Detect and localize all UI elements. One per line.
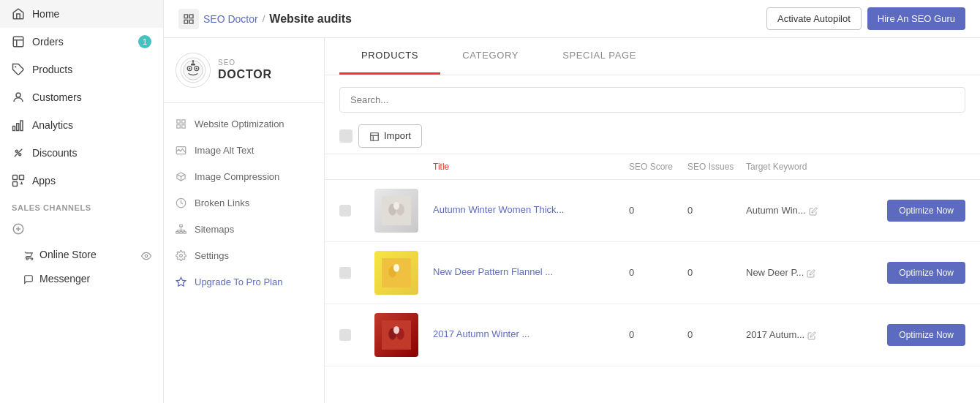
svg-rect-11 [13, 176, 18, 180]
svg-rect-21 [189, 20, 193, 23]
svg-point-26 [189, 67, 190, 69]
row-checkbox[interactable] [339, 267, 351, 279]
eye-icon[interactable] [141, 249, 151, 260]
optimize-button[interactable]: Optimize Now [887, 262, 965, 284]
import-icon [369, 130, 380, 142]
sidebar-item-messenger[interactable]: Messenger [0, 267, 163, 290]
target-keyword: 2017 Autum... [746, 329, 863, 340]
svg-rect-60 [382, 320, 411, 350]
product-title[interactable]: Autumn Winter Women Thick... [433, 203, 629, 216]
seo-menu-label: Image Compression [195, 171, 279, 182]
sitemaps-icon [176, 223, 187, 235]
image-alt-text-icon [176, 144, 187, 156]
sidebar-item-label: Discounts [32, 147, 77, 159]
sidebar-item-discounts[interactable]: Discounts [0, 139, 163, 167]
svg-rect-52 [382, 196, 411, 225]
select-all-checkbox[interactable] [339, 129, 353, 143]
sales-channels-title: SALES CHANNELS [0, 195, 163, 215]
sidebar-item-products[interactable]: Products [0, 56, 163, 83]
seo-menu-item-settings[interactable]: Settings [164, 242, 324, 268]
col-action [863, 162, 965, 172]
seo-menu-item-website-optimization[interactable]: Website Optimization [164, 110, 324, 137]
col-seo-issues: SEO Issues [687, 162, 746, 172]
svg-rect-18 [184, 15, 188, 18]
sidebar-item-online-store[interactable]: Online Store [0, 243, 163, 266]
svg-rect-34 [182, 125, 185, 128]
header-actions: Activate Autopilot Hire An SEO Guru [766, 7, 965, 30]
seo-score: 0 [629, 205, 687, 216]
product-image [374, 189, 418, 233]
col-target-keyword: Target Keyword [746, 162, 863, 172]
settings-icon [176, 249, 187, 261]
breadcrumb-separator: / [263, 13, 265, 24]
svg-point-55 [393, 202, 399, 210]
seo-menu-item-image-alt-text[interactable]: Image Alt Text [164, 137, 324, 163]
search-input[interactable] [339, 87, 965, 113]
tab-special-page[interactable]: SPECIAL PAGE [540, 38, 658, 75]
svg-rect-0 [13, 37, 23, 48]
edit-icon[interactable] [807, 267, 815, 278]
seo-menu-item-upgrade[interactable]: Upgrade To Pro Plan [164, 268, 324, 295]
tab-products[interactable]: PRODUCTS [339, 38, 440, 75]
import-label: Import [384, 130, 411, 141]
top-header: SEO Doctor / Website audits Activate Aut… [164, 0, 980, 38]
import-button[interactable]: Import [358, 124, 422, 148]
col-checkbox [339, 162, 374, 172]
row-checkbox[interactable] [339, 329, 351, 341]
add-circle-icon[interactable] [12, 222, 25, 236]
activate-autopilot-button[interactable]: Activate Autopilot [766, 7, 862, 30]
seo-logo-small: SEO [218, 59, 272, 67]
svg-rect-56 [382, 258, 411, 287]
main-content: SEO Doctor / Website audits Activate Aut… [164, 0, 980, 403]
messenger-label: Messenger [39, 273, 90, 285]
sidebar-item-label: Customers [32, 91, 82, 103]
hire-seo-guru-button[interactable]: Hire An SEO Guru [867, 7, 965, 30]
sidebar-item-orders[interactable]: Orders 1 [0, 28, 163, 56]
sidebar-item-label: Apps [32, 175, 56, 187]
product-title[interactable]: 2017 Autumn Winter ... [433, 328, 629, 341]
seo-menu-item-sitemaps[interactable]: Sitemaps [164, 216, 324, 242]
svg-rect-33 [177, 125, 180, 128]
breadcrumb: SEO Doctor / Website audits [178, 9, 761, 29]
seo-logo-large: DOCTOR [218, 67, 272, 81]
search-area [325, 75, 980, 118]
seo-logo: SEO DOCTOR [164, 53, 324, 103]
sidebar-item-customers[interactable]: Customers [0, 83, 163, 111]
svg-point-30 [192, 60, 194, 61]
seo-logo-text: SEO DOCTOR [218, 59, 272, 81]
sidebar-item-apps[interactable]: Apps [0, 167, 163, 195]
sidebar-item-analytics[interactable]: Analytics [0, 111, 163, 139]
seo-menu-label: Upgrade To Pro Plan [195, 276, 282, 287]
svg-point-17 [145, 255, 148, 257]
svg-marker-48 [176, 277, 186, 286]
discounts-icon [12, 146, 25, 159]
action-bar: Import [325, 118, 980, 154]
tabs-bar: PRODUCTS CATEGORY SPECIAL PAGE [325, 38, 980, 75]
table-container: Title SEO Score SEO Issues Target Keywor… [325, 154, 980, 403]
edit-icon[interactable] [809, 205, 818, 216]
sidebar-item-home[interactable]: Home [0, 0, 163, 28]
svg-rect-28 [191, 64, 195, 65]
apps-icon [12, 174, 25, 187]
optimize-button[interactable]: Optimize Now [887, 324, 965, 346]
home-icon [12, 7, 25, 20]
svg-rect-38 [180, 225, 183, 227]
tab-category[interactable]: CATEGORY [440, 38, 540, 75]
seo-menu-item-image-compression[interactable]: Image Compression [164, 163, 324, 189]
row-checkbox[interactable] [339, 205, 351, 216]
edit-icon[interactable] [807, 329, 816, 340]
breadcrumb-app-name[interactable]: SEO Doctor [203, 13, 258, 25]
svg-rect-19 [189, 15, 193, 18]
seo-menu-item-broken-links[interactable]: Broken Links [164, 189, 324, 216]
main-panel: PRODUCTS CATEGORY SPECIAL PAGE Import [325, 38, 980, 403]
seo-score: 0 [629, 329, 687, 340]
seo-score: 0 [629, 267, 687, 278]
svg-rect-6 [17, 124, 19, 131]
svg-point-47 [180, 255, 183, 257]
optimize-button[interactable]: Optimize Now [887, 200, 965, 222]
seo-issues: 0 [687, 205, 746, 216]
svg-rect-5 [13, 127, 15, 131]
left-sidebar: Home Orders 1 Products Customers Analyti… [0, 0, 164, 403]
col-image [374, 162, 433, 172]
product-title[interactable]: New Deer Pattern Flannel ... [433, 265, 629, 279]
